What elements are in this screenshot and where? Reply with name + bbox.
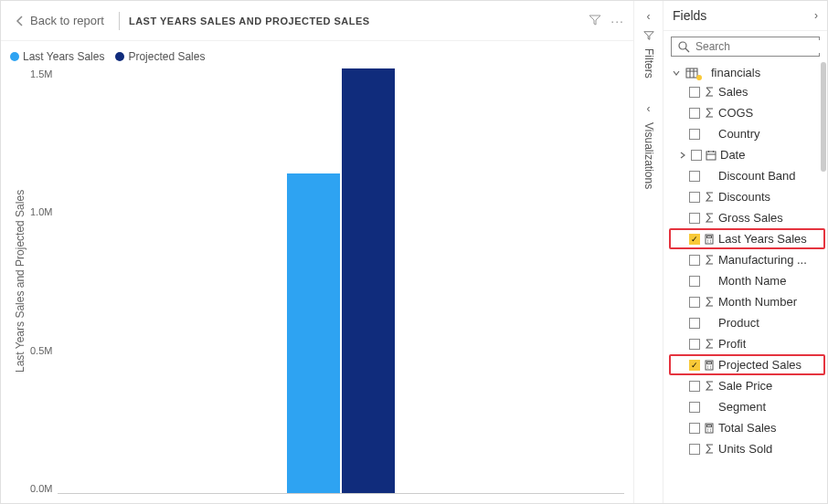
field-name: Month Name [718, 274, 786, 288]
checkbox[interactable] [689, 318, 700, 329]
field-name: Total Sales [718, 421, 777, 435]
scrollbar[interactable] [821, 62, 826, 172]
field-name: Projected Sales [718, 358, 801, 372]
svg-point-15 [710, 241, 711, 242]
ytick: 0.5M [30, 345, 52, 356]
field-name: Discounts [718, 190, 770, 204]
checkbox[interactable] [691, 150, 702, 161]
checkbox[interactable] [689, 423, 700, 434]
svg-point-21 [710, 367, 711, 368]
checkbox[interactable] [689, 339, 700, 350]
chevron-down-icon [671, 68, 682, 78]
fields-tree: financials SalesCOGSCountryDateDiscount … [663, 62, 827, 503]
chart-canvas: Back to report LAST YEARS SALES AND PROJ… [1, 1, 633, 503]
bar[interactable] [342, 68, 395, 493]
field-row[interactable]: Profit [669, 333, 825, 354]
field-row[interactable]: Total Sales [669, 417, 825, 438]
field-name: Last Years Sales [718, 232, 807, 246]
more-icon[interactable]: ··· [610, 14, 624, 28]
checkbox[interactable] [689, 381, 700, 392]
svg-point-27 [710, 430, 711, 431]
back-label: Back to report [30, 14, 104, 27]
field-name: Units Sold [718, 442, 772, 456]
fields-title: Fields [673, 8, 706, 23]
filter-icon[interactable] [589, 14, 601, 28]
checkbox[interactable] [689, 192, 700, 203]
ytick: 0.0M [30, 483, 52, 494]
field-row[interactable]: Segment [669, 396, 825, 417]
ytick: 1.5M [30, 68, 52, 79]
checkbox[interactable] [689, 276, 700, 287]
back-button[interactable]: Back to report [10, 10, 110, 31]
checkbox[interactable] [689, 297, 700, 308]
checkbox[interactable] [689, 255, 700, 266]
field-name: COGS [718, 106, 753, 120]
field-row[interactable]: Date [669, 144, 825, 165]
table-node[interactable]: financials [669, 64, 825, 81]
bar[interactable] [287, 173, 340, 493]
checkbox[interactable]: ✓ [689, 234, 700, 245]
checkbox[interactable]: ✓ [689, 360, 700, 371]
field-row[interactable]: Gross Sales [669, 207, 825, 228]
legend-item[interactable]: Last Years Sales [10, 50, 104, 63]
field-name: Gross Sales [718, 211, 783, 225]
svg-point-13 [710, 239, 711, 240]
field-name: Date [720, 148, 745, 162]
chevron-left-icon [16, 15, 25, 27]
search-field[interactable] [695, 40, 828, 53]
field-row[interactable]: ✓Projected Sales [669, 354, 825, 375]
field-row[interactable]: Units Sold [669, 438, 825, 459]
field-row[interactable]: Month Name [669, 270, 825, 291]
field-row[interactable]: Month Number [669, 291, 825, 312]
svg-rect-11 [707, 236, 712, 237]
visualizations-label: Visualizations [642, 122, 655, 189]
field-row[interactable]: Manufacturing ... [669, 249, 825, 270]
checkbox[interactable] [689, 129, 700, 140]
search-input[interactable] [671, 37, 820, 57]
svg-point-19 [710, 365, 711, 366]
field-name: Sales [718, 85, 748, 99]
yaxis: 1.5M 1.0M 0.5M 0.0M [30, 68, 58, 494]
chart-header: Back to report LAST YEARS SALES AND PROJ… [1, 1, 633, 41]
svg-point-24 [707, 428, 708, 429]
chevron-right-icon[interactable] [678, 152, 687, 159]
visualizations-panel-toggle[interactable]: ‹ Visualizations [642, 102, 655, 189]
field-row[interactable]: Discounts [669, 186, 825, 207]
sum-icon [704, 297, 715, 307]
checkbox[interactable] [689, 87, 700, 98]
checkbox[interactable] [689, 444, 700, 455]
legend-dot-icon [115, 52, 124, 61]
ytick: 1.0M [30, 206, 52, 217]
fields-panel: Fields › financials SalesCOGSCountryDate… [663, 1, 827, 503]
filters-panel-toggle[interactable]: ‹ Filters [642, 10, 655, 79]
sum-icon [704, 339, 715, 349]
svg-point-12 [707, 239, 708, 240]
sum-icon [704, 213, 715, 223]
field-row[interactable]: Country [669, 123, 825, 144]
checkbox[interactable] [689, 108, 700, 119]
checkbox[interactable] [689, 171, 700, 182]
plot-area [58, 68, 624, 494]
svg-point-26 [707, 430, 708, 431]
field-row[interactable]: Product [669, 312, 825, 333]
chart-title: LAST YEARS SALES AND PROJECTED SALES [129, 16, 370, 26]
field-row[interactable]: COGS [669, 102, 825, 123]
svg-rect-23 [707, 425, 712, 426]
field-row[interactable]: Sales [669, 81, 825, 102]
checkbox[interactable] [689, 213, 700, 224]
checkbox[interactable] [689, 402, 700, 413]
field-name: Sale Price [718, 379, 772, 393]
table-name: financials [711, 66, 760, 79]
legend-label: Last Years Sales [23, 50, 104, 63]
field-name: Month Number [718, 295, 797, 309]
field-row[interactable]: Sale Price [669, 375, 825, 396]
svg-point-25 [710, 428, 711, 429]
field-row[interactable]: ✓Last Years Sales [669, 228, 825, 249]
chevron-right-icon[interactable]: › [814, 9, 818, 22]
legend-item[interactable]: Projected Sales [115, 50, 205, 63]
field-name: Segment [718, 400, 766, 414]
fields-header: Fields › [663, 1, 827, 31]
field-name: Discount Band [718, 169, 796, 183]
field-row[interactable]: Discount Band [669, 165, 825, 186]
field-name: Manufacturing ... [718, 253, 807, 267]
